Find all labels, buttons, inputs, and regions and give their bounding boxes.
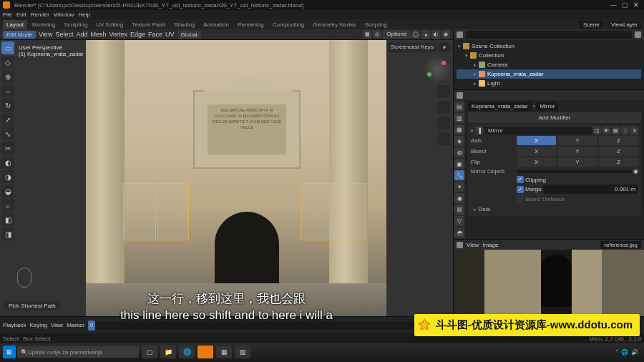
taskbar-app-browser[interactable]: 🌐 [179, 346, 195, 358]
tool-annotate[interactable]: ⤡ [1, 127, 14, 140]
tab-material[interactable]: ◓ [454, 228, 464, 238]
mode-selector[interactable]: Edit Mode [3, 31, 36, 39]
tab-geometry-nodes[interactable]: Geometry Nodes [309, 20, 359, 29]
outliner-row-light[interactable]: ▸Light [457, 79, 641, 88]
vp-menu-view[interactable]: View [39, 31, 52, 38]
nav-gizmo-3d[interactable] [424, 57, 450, 82]
tab-shading[interactable]: Shading [170, 20, 198, 29]
vp-menu-vertex[interactable]: Vertex [109, 31, 127, 38]
tool-cursor[interactable]: ◇ [1, 56, 14, 69]
tray-network-icon[interactable]: 🌐 [621, 349, 628, 356]
tl-menu-playback[interactable]: Playback [3, 322, 26, 328]
timeline-playhead[interactable]: 0 [88, 321, 95, 331]
tab-object[interactable]: ▣ [454, 159, 464, 169]
tab-compositing[interactable]: Compositing [269, 20, 308, 29]
image-editor-canvas[interactable] [454, 250, 644, 316]
taskbar-app-explorer[interactable]: 📁 [160, 346, 176, 358]
scene-selector[interactable]: Scene [580, 21, 603, 29]
tray-volume-icon[interactable]: 🔊 [631, 349, 638, 356]
tab-rendering[interactable]: Rendering [234, 20, 268, 29]
ie-menu-view[interactable]: View [467, 242, 479, 248]
mod-extras-icon[interactable]: ⋮ [621, 127, 629, 134]
outliner-mode-icon[interactable] [457, 31, 463, 38]
crumb-modifier[interactable]: Mirror [536, 102, 558, 111]
nav-persp-icon[interactable] [437, 132, 450, 145]
bisect-z-button[interactable]: Z [599, 147, 638, 156]
vp-menu-edge[interactable]: Edge [130, 31, 145, 38]
3d-viewport[interactable]: DALMATIAE PRINCIPI F R COLONIAE IN MUNIM… [0, 40, 453, 316]
clipping-checkbox[interactable]: ✓ [517, 176, 524, 183]
mod-realtime-toggle[interactable]: 👁 [602, 127, 610, 134]
flip-z-button[interactable]: Z [599, 157, 638, 167]
shading-render-icon[interactable]: ◉ [441, 30, 450, 39]
nav-camera-icon[interactable] [437, 117, 450, 129]
outliner-row-collection[interactable]: ▾Collection [457, 51, 641, 60]
tool-select-box[interactable]: ▭ [1, 41, 14, 54]
tray-chevron-icon[interactable]: ˄ [615, 349, 618, 356]
window-maximize-button[interactable]: ▢ [620, 1, 630, 9]
outliner-row-active-object[interactable]: ▸Kopnena_vrata_zadar [457, 69, 641, 79]
tool-extrude[interactable]: ◐ [1, 156, 14, 169]
flip-y-button[interactable]: Y [557, 157, 597, 167]
crumb-object[interactable]: Kopnena_vrata_zadar [468, 102, 532, 111]
tab-mesh-data[interactable]: ▽ [454, 216, 464, 226]
tool-inset[interactable]: ◑ [1, 170, 14, 183]
image-name-field[interactable]: reference.jpg [600, 241, 641, 249]
tab-constraints[interactable]: ⛓ [454, 205, 464, 215]
system-tray[interactable]: ˄ 🌐 🔊 [615, 349, 641, 356]
mod-editmode-toggle[interactable]: ◫ [593, 127, 601, 134]
transform-orientation[interactable]: Global [177, 31, 201, 39]
merge-checkbox[interactable]: ✓ [517, 186, 524, 193]
tab-viewlayer[interactable]: ▦ [454, 124, 464, 134]
tab-sculpting[interactable]: Sculpting [61, 20, 92, 29]
vp-menu-select[interactable]: Select [55, 31, 73, 38]
tab-particles[interactable]: ✶ [454, 182, 464, 192]
outliner-tree[interactable]: ▾Scene Collection ▾Collection ▸Camera ▸K… [454, 40, 644, 89]
vp-menu-mesh[interactable]: Mesh [90, 31, 106, 38]
vp-menu-uv[interactable]: UV [165, 31, 175, 38]
shading-wire-icon[interactable]: ◯ [411, 30, 420, 39]
outliner-row-scene-collection[interactable]: ▾Scene Collection [457, 41, 641, 51]
tool-bevel[interactable]: ◒ [1, 185, 14, 197]
tool-loopcut[interactable]: ⌕ [1, 199, 14, 212]
ie-menu-image[interactable]: Image [482, 242, 498, 248]
viewlayer-selector[interactable]: ViewLayer [608, 21, 641, 29]
axis-z-button[interactable]: Z [599, 136, 638, 145]
tab-render[interactable]: ▤ [454, 102, 464, 112]
tl-menu-view[interactable]: View [51, 322, 63, 328]
modifier-name-field[interactable]: Mirror [484, 127, 592, 134]
tab-modifiers[interactable]: 🔧 [454, 170, 464, 180]
nav-zoom-icon[interactable] [437, 85, 450, 98]
image-editor-icon[interactable] [457, 242, 463, 248]
axis-y-button[interactable]: Y [557, 136, 597, 145]
flip-x-button[interactable]: X [517, 157, 556, 167]
mod-delete-button[interactable]: ✕ [630, 127, 638, 134]
tab-world[interactable]: ◍ [454, 147, 464, 157]
bisect-x-button[interactable]: X [517, 147, 556, 156]
taskbar-app-blender[interactable] [197, 346, 213, 358]
tab-animation[interactable]: Animation [200, 20, 233, 29]
outliner-row-camera[interactable]: ▸Camera [457, 60, 641, 69]
mirror-object-field[interactable] [517, 170, 632, 173]
axis-x-button[interactable]: X [517, 136, 556, 145]
tab-output[interactable]: ▥ [454, 113, 464, 123]
shading-matprev-icon[interactable]: ◐ [431, 30, 440, 39]
taskbar-app-generic[interactable]: ▦ [216, 346, 232, 358]
vp-menu-face[interactable]: Face [148, 31, 162, 38]
proportional-edit-icon[interactable]: ◎ [373, 30, 381, 39]
tab-modeling[interactable]: Modeling [29, 20, 59, 29]
shading-solid-icon[interactable]: ● [421, 30, 430, 39]
tl-menu-marker[interactable]: Marker [67, 322, 84, 328]
menu-edit[interactable]: Edit [16, 11, 26, 18]
tool-rotate[interactable]: ↔ [1, 84, 14, 97]
tool-transform[interactable]: ⤢ [1, 113, 14, 126]
modifier-expand-icon[interactable]: ▾ [471, 128, 474, 134]
tab-physics[interactable]: ◉ [454, 193, 464, 203]
tool-measure[interactable]: ✂ [1, 142, 14, 155]
bisect-distance-checkbox[interactable]: ✓ [517, 195, 524, 202]
snap-toggle-icon[interactable]: ▦ [363, 30, 371, 39]
tool-move[interactable]: ⊕ [1, 70, 14, 83]
modifier-data-subpanel[interactable]: ▸ Data [471, 205, 638, 214]
window-close-button[interactable]: ✕ [631, 1, 641, 9]
start-button[interactable]: ⊞ [3, 346, 16, 358]
